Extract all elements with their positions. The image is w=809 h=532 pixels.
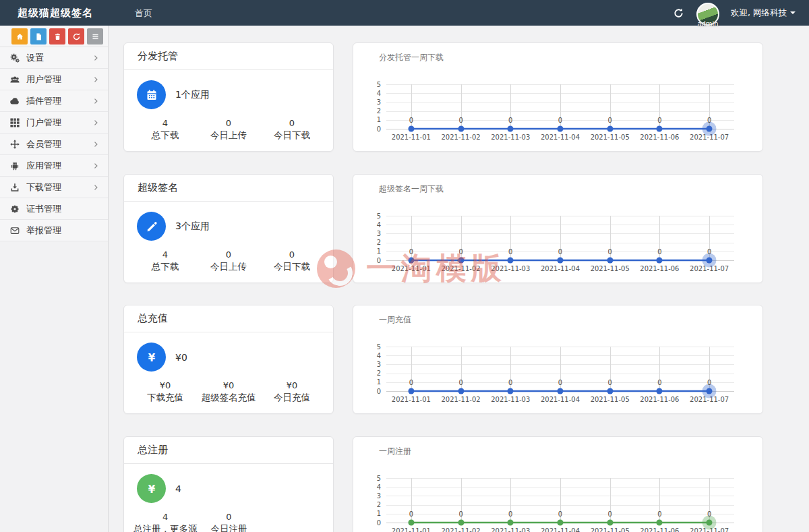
grid-icon [9,117,20,128]
summary-card-register: 总注册¥44总注册，更多源0今日注册 [123,436,334,532]
stat: 0今日注册 [198,511,261,532]
main-content: 分发托管1个应用4总下载0今日上传0今日下载超级签名3个应用4总下载0今日上传0… [109,26,809,532]
data-point-label: 0 [458,248,462,256]
sidebar-item-users[interactable]: 用户管理 [0,69,108,90]
pencil-icon [137,212,166,241]
stat-label: 总下载 [133,260,197,273]
data-point-label: 0 [508,117,512,124]
x-axis-tick: 2021-11-02 [442,396,481,403]
sidebar-item-label: 证书管理 [26,203,100,215]
stat: ¥0超级签名充值 [197,380,260,404]
sidebar-item-label: 下载管理 [26,181,92,194]
refresh-icon [673,7,685,19]
data-point [657,126,663,132]
quick-button-file[interactable] [30,28,47,45]
card-title: 分发托管 [124,43,333,70]
user-avatar[interactable]: admin [696,3,719,26]
chevron-right-icon [92,119,100,127]
nav-item-home[interactable]: 首页 [135,8,152,18]
caret-down-icon [790,11,796,17]
data-point [408,520,414,526]
chart-title: 一周充值 [379,314,411,326]
chevron-right-icon [92,76,100,84]
sidebar-item-settings[interactable]: 设置 [0,47,108,69]
user-menu[interactable]: 欢迎, 网络科技 [731,7,796,19]
cloud-icon [9,96,20,107]
y-axis-tick: 5 [363,343,381,351]
data-point-label: 0 [409,510,413,518]
welcome-text: 欢迎, 网络科技 [731,7,787,18]
data-point [657,388,663,394]
data-point [707,258,713,264]
sidebar-item-apps[interactable]: 应用管理 [0,155,108,177]
data-point [508,258,514,264]
y-axis-tick: 4 [363,483,381,492]
data-point-label: 0 [608,248,612,256]
stat-label: 总下载 [133,129,197,142]
stat-label: 今日上传 [197,260,260,273]
card-headline: 4 [175,474,181,503]
mail-icon [9,225,20,236]
x-axis-tick: 2021-11-02 [442,527,481,532]
y-axis-tick: 5 [363,212,381,220]
sidebar-item-label: 会员管理 [26,138,92,150]
stat: 0今日下载 [260,249,324,273]
quick-button-home[interactable] [11,28,28,45]
chart-card-supersign-week: 超级签名一周下载0123452021-11-012021-11-022021-1… [353,174,763,283]
stat-label: 今日注册 [198,523,261,532]
x-axis-tick: 2021-11-03 [491,265,530,272]
sidebar-item-label: 举报管理 [26,225,100,237]
stat-label: 今日充值 [260,391,324,404]
sidebar-menu: 设置用户管理插件管理门户管理会员管理应用管理下载管理证书管理举报管理 [0,47,108,241]
sidebar-item-label: 插件管理 [26,95,92,107]
data-point [707,126,713,132]
sidebar-item-downloads[interactable]: 下载管理 [0,177,108,198]
y-axis-tick: 5 [363,80,381,89]
card-title: 总注册 [124,437,333,464]
stat-label: 今日上传 [197,129,260,142]
sidebar-item-reports[interactable]: 举报管理 [0,220,108,241]
y-axis-tick: 2 [363,107,381,115]
sidebar-item-certificates[interactable]: 证书管理 [0,198,108,220]
x-axis-tick: 2021-11-01 [392,396,431,403]
data-point [558,258,564,264]
quick-button-recycle[interactable] [68,28,84,45]
data-point-label: 0 [458,117,462,124]
topbar-right: admin 欢迎, 网络科技 [673,0,809,26]
data-point [707,520,713,526]
sidebar-item-plugins[interactable]: 插件管理 [0,90,108,112]
stat-label: 今日下载 [260,129,324,142]
quick-button-trash[interactable] [49,28,65,45]
stat: 4总下载 [133,117,197,142]
data-point [607,520,613,526]
data-point-label: 0 [508,248,512,256]
y-axis-tick: 2 [363,238,381,247]
chart-title: 超级签名一周下载 [379,183,444,195]
data-point [508,520,514,526]
stat-value: ¥0 [197,380,260,391]
stat-value: 0 [197,249,260,260]
data-point [408,126,414,132]
summary-card-distribution: 分发托管1个应用4总下载0今日上传0今日下载 [123,42,334,152]
x-axis-tick: 2021-11-03 [491,134,530,141]
chart-title: 一周注册 [379,446,411,457]
data-point-label: 0 [508,379,512,386]
card-title: 超级签名 [124,175,333,202]
card-headline: ¥0 [175,343,187,372]
sidebar-item-portal[interactable]: 门户管理 [0,112,108,134]
file-icon [34,32,43,41]
sidebar-item-label: 用户管理 [26,73,92,86]
app-brand[interactable]: 超级猫超级签名 [0,7,93,20]
data-point-label: 0 [707,510,711,518]
refresh-button[interactable] [673,7,685,19]
data-point [607,258,613,264]
stat-label: 今日下载 [260,260,324,273]
move-icon [9,139,20,150]
quick-button-list[interactable] [87,28,103,45]
card-title: 总充值 [124,305,333,332]
sidebar-item-members[interactable]: 会员管理 [0,134,108,155]
chevron-right-icon [92,162,100,170]
data-point [458,258,464,264]
data-point-label: 0 [608,117,612,124]
yen-icon: ¥ [137,474,166,503]
